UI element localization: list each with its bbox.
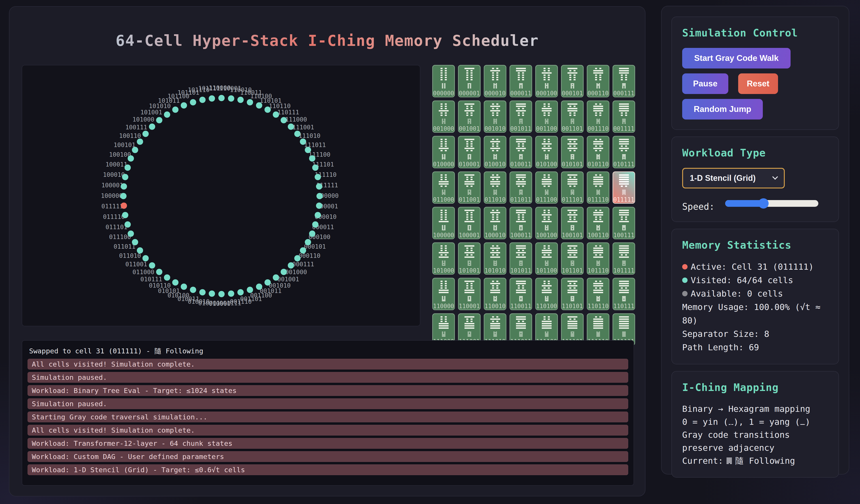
hexagram-cell[interactable]: 001010 (484, 101, 506, 133)
state-dot[interactable] (316, 183, 322, 190)
state-dot[interactable] (305, 239, 311, 245)
state-dot[interactable] (218, 95, 225, 101)
hexagram-cell[interactable]: 101111 (613, 242, 635, 275)
pause-button[interactable]: Pause (682, 73, 728, 94)
state-dot[interactable] (172, 279, 178, 285)
state-dot[interactable] (312, 164, 318, 171)
state-dot[interactable] (218, 291, 225, 297)
hexagram-cell[interactable]: 100110 (587, 207, 610, 239)
hexagram-cell[interactable]: 000001 (458, 65, 481, 97)
state-dot[interactable] (238, 289, 244, 295)
hexagram-cell[interactable]: 101001 (458, 242, 481, 275)
hexagram-cell[interactable]: 100111 (613, 207, 635, 239)
hexagram-cell[interactable]: 110101 (561, 278, 584, 310)
hexagram-cell[interactable]: 000000 (432, 65, 455, 97)
state-dot[interactable] (128, 231, 134, 237)
random-jump-button[interactable]: Random Jump (682, 99, 763, 119)
state-dot[interactable] (247, 287, 253, 293)
hexagram-cell[interactable]: 010101 (561, 136, 584, 168)
hexagram-cell[interactable]: 001111 (613, 101, 635, 133)
hexagram-cell[interactable]: 010110 (587, 136, 610, 168)
state-dot[interactable] (199, 289, 205, 295)
hexagram-cell[interactable]: 001001 (458, 101, 481, 133)
state-dot[interactable] (149, 262, 155, 269)
state-dot[interactable] (316, 193, 323, 199)
state-dot[interactable] (121, 183, 127, 190)
hexagram-cell[interactable]: 000110 (587, 65, 610, 97)
hexagram-cell[interactable]: 000101 (561, 65, 584, 97)
hexagram-cell[interactable]: 010000 (432, 136, 455, 168)
hexagram-cell[interactable]: 010010 (484, 136, 506, 168)
hexagram-cell[interactable]: 110001 (458, 278, 481, 310)
state-dot[interactable] (164, 275, 170, 281)
reset-button[interactable]: Reset (738, 73, 778, 94)
hexagram-cell[interactable]: 101110 (587, 242, 610, 275)
hexagram-cell[interactable]: 100101 (561, 207, 584, 239)
hexagram-cell[interactable]: 101010 (484, 242, 506, 275)
hexagram-cell[interactable]: 010001 (458, 136, 481, 168)
state-dot[interactable] (294, 255, 301, 262)
state-dot[interactable] (256, 284, 262, 290)
workload-select[interactable]: 1-D Stencil (Grid) (682, 168, 785, 189)
hexagram-cell[interactable]: 000010 (484, 65, 506, 97)
hexagram-cell[interactable]: 010100 (535, 136, 558, 168)
state-dot[interactable] (137, 247, 143, 254)
state-dot[interactable] (122, 174, 128, 180)
hexagram-cell[interactable]: 100001 (458, 207, 481, 239)
hexagram-cell[interactable]: 011111 (613, 172, 635, 204)
state-dot[interactable] (315, 174, 321, 180)
state-dot[interactable] (264, 279, 271, 285)
state-dot[interactable] (281, 269, 287, 275)
hexagram-cell[interactable]: 011011 (510, 172, 532, 204)
hexagram-cell[interactable]: 000111 (613, 65, 635, 97)
state-dot[interactable] (125, 164, 131, 171)
hexagram-cell[interactable]: 010111 (613, 136, 635, 168)
hexagram-cell[interactable]: 001011 (510, 101, 532, 133)
hexagram-cell[interactable]: 101101 (561, 242, 584, 275)
hexagram-cell[interactable]: 101011 (510, 242, 532, 275)
state-dot[interactable] (209, 291, 215, 297)
state-dot[interactable] (316, 203, 322, 209)
hexagram-cell[interactable]: 011000 (432, 172, 455, 204)
state-dot[interactable] (238, 97, 244, 103)
hexagram-cell[interactable]: 110011 (510, 278, 532, 310)
hexagram-cell[interactable]: 110100 (535, 278, 558, 310)
hexagram-cell[interactable]: 011001 (458, 172, 481, 204)
state-dot[interactable] (156, 269, 162, 275)
state-dot[interactable] (132, 239, 138, 245)
start-gray-code-walk-button[interactable]: Start Gray Code Walk (682, 48, 791, 69)
state-dot[interactable] (190, 287, 196, 293)
hexagram-cell[interactable]: 110111 (613, 278, 635, 310)
active-state-dot[interactable] (121, 203, 127, 209)
hexagram-cell[interactable]: 001101 (561, 101, 584, 133)
hexagram-cell[interactable]: 100010 (484, 207, 506, 239)
state-dot[interactable] (142, 131, 149, 137)
state-dot[interactable] (315, 212, 321, 218)
hexagram-cell[interactable]: 110000 (432, 278, 455, 310)
state-dot[interactable] (156, 117, 162, 123)
state-dot[interactable] (312, 221, 318, 227)
hexagram-cell[interactable]: 010011 (510, 136, 532, 168)
state-dot[interactable] (142, 255, 149, 262)
state-dot[interactable] (288, 262, 294, 269)
state-dot[interactable] (137, 138, 143, 145)
hexagram-cell[interactable]: 000100 (535, 65, 558, 97)
state-dot[interactable] (228, 291, 234, 297)
hexagram-cell[interactable]: 011010 (484, 172, 506, 204)
hexagram-cell[interactable]: 011100 (535, 172, 558, 204)
state-dot[interactable] (172, 106, 178, 113)
state-dot[interactable] (120, 193, 127, 199)
state-dot[interactable] (181, 102, 187, 108)
state-dot[interactable] (132, 147, 138, 153)
state-dot[interactable] (181, 284, 187, 290)
state-dot[interactable] (273, 275, 279, 281)
hexagram-cell[interactable]: 011101 (561, 172, 584, 204)
hexagram-cell[interactable]: 100000 (432, 207, 455, 239)
hexagram-cell[interactable]: 011110 (587, 172, 610, 204)
state-dot[interactable] (128, 155, 134, 162)
hexagram-cell[interactable]: 100011 (510, 207, 532, 239)
state-dot[interactable] (125, 221, 131, 227)
hexagram-cell[interactable]: 110010 (484, 278, 506, 310)
state-dot[interactable] (190, 99, 196, 105)
hexagram-cell[interactable]: 001000 (432, 101, 455, 133)
